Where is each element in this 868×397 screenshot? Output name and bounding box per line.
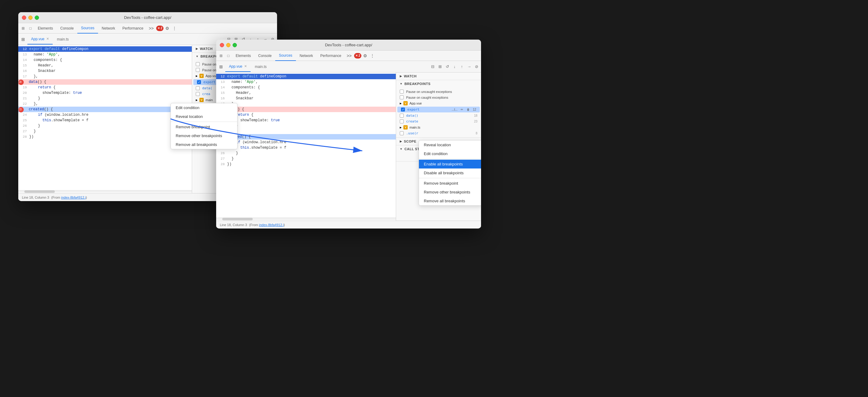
tab-sources-front[interactable]: Sources [275, 51, 296, 61]
minimize-button-back[interactable] [28, 16, 33, 20]
code-editor-front: 12 export default defineCompon 13 name: … [216, 73, 396, 228]
bp-main-checkbox-front[interactable] [400, 131, 404, 135]
bp-main-item-front[interactable]: .use(r 8 [396, 131, 481, 136]
breakpoints-header-front[interactable]: ▼ Breakpoints [396, 80, 481, 87]
code-line-17-back: 17 }, [18, 74, 192, 79]
tab-performance-back[interactable]: Performance [119, 23, 147, 33]
bp2-checkbox-front[interactable] [400, 114, 404, 118]
code-editor-back: 12 export default defineCompon 13 name: … [18, 45, 192, 200]
bp1-checkbox-back[interactable]: ✓ [197, 80, 201, 84]
devtools-icon-front[interactable]: ⊞ [217, 52, 225, 59]
watch-header-front[interactable]: ▶ Watch [396, 73, 481, 80]
file-tab-appvue-front[interactable]: App.vue ✕ [225, 61, 251, 72]
breakpoints-section-front: ▼ Breakpoints Pause on uncaught exceptio… [396, 80, 481, 138]
tab-sources-back[interactable]: Sources [77, 23, 98, 33]
code-line-15-front: 15 Header, [216, 90, 396, 96]
bp2-checkbox-back[interactable] [196, 86, 200, 90]
tab-network-front[interactable]: Network [296, 51, 317, 61]
code-line-28-back: 28 }) [18, 134, 192, 140]
code-line-25-front: 25 this.showTemplate = f [216, 145, 396, 150]
menu-reveal-location-front[interactable]: Reveal location [419, 140, 481, 149]
code-line-26-front: 26 } [216, 150, 396, 156]
maximize-button-back[interactable] [35, 16, 39, 20]
bp1-checkbox-front[interactable]: ✓ [401, 108, 405, 112]
tab-performance-front[interactable]: Performance [317, 51, 345, 61]
resume-icon-front[interactable]: ↺ [444, 63, 451, 70]
code-line-16-back: 16 Snackbar [18, 68, 192, 74]
title-bar-front: DevTools - coffee-cart.app/ [216, 39, 481, 51]
pause-uncaught-item-front[interactable]: Pause on uncaught exceptions [396, 89, 481, 94]
bp3-item-front[interactable]: create 23 [396, 118, 481, 124]
code-line-13-front: 13 name: 'App', [216, 79, 396, 85]
device-icon-front[interactable]: □ [225, 52, 232, 59]
code-line-19-back: 19 return { [18, 85, 192, 90]
bp2-text-front: data() [406, 114, 472, 118]
pause-caught-item-front[interactable]: Pause on caught exceptions [396, 94, 481, 100]
menu-remove-other-back[interactable]: Remove other breakpoints [171, 131, 237, 140]
menu-sep-front [419, 159, 481, 159]
breakpoints-icon-front[interactable]: ⊞ [437, 63, 443, 70]
file-link-front[interactable]: index-8bfa4912.j [259, 223, 284, 227]
menu-edit-condition-front[interactable]: Edit condition [419, 149, 481, 158]
code-line-21-back: 21 } [18, 96, 192, 101]
file-tab-maints-front[interactable]: main.ts [251, 61, 270, 72]
minimize-button-front[interactable] [226, 43, 230, 47]
more-tabs-front[interactable]: >> [346, 52, 353, 59]
code-line-24-back: 24 if (window.location.hre [18, 112, 192, 118]
menu-disable-all-front[interactable]: Disable all breakpoints [419, 169, 481, 177]
menu-enable-all-front[interactable]: Enable all breakpoints [419, 160, 481, 169]
code-line-16-front: 16 Snackbar [216, 96, 396, 101]
step-over-icon-front[interactable]: ↓ [451, 63, 458, 70]
settings-icon-back[interactable]: ⚙ [163, 25, 171, 32]
menu-remove-all-front[interactable]: Remove all breakpoints [419, 197, 481, 205]
bp3-checkbox-back[interactable] [196, 92, 200, 96]
pause-caught-checkbox-front[interactable] [400, 95, 404, 99]
menu-reveal-location-back[interactable]: Reveal location [171, 112, 237, 121]
maximize-button-front[interactable] [232, 43, 237, 47]
sidebar-toggle-back[interactable]: ⊞ [20, 36, 27, 43]
pause-uncaught-checkbox-front[interactable] [400, 90, 404, 93]
close-tab-front[interactable]: ✕ [244, 64, 247, 68]
devtools-icon[interactable]: ⊞ [20, 25, 27, 32]
menu-edit-condition-back[interactable]: Edit condition [171, 103, 237, 112]
step-out-icon-front[interactable]: → [466, 63, 472, 70]
file-link-back[interactable]: index-8bfa4912.j [61, 196, 86, 199]
settings-icon-front[interactable]: ⚙ [362, 52, 369, 59]
bp3-text-front: create [406, 119, 472, 123]
tab-network-back[interactable]: Network [98, 23, 119, 33]
file-tab-maints-back[interactable]: main.ts [53, 34, 72, 45]
menu-remove-bp-front[interactable]: Remove breakpoint [419, 179, 481, 188]
bp1-edit-icon[interactable]: ✏ [461, 108, 463, 111]
device-icon[interactable]: □ [27, 25, 34, 32]
code-line-27-back: 27 } [18, 129, 192, 134]
tab-elements-front[interactable]: Elements [232, 51, 254, 61]
bp1-item-front[interactable]: ✓ export ...t... ✏ 🗑 12 [397, 107, 480, 112]
bp2-item-front[interactable]: data() 18 [396, 113, 481, 118]
file-icon-back: V [199, 74, 204, 78]
pause-uncaught-checkbox-back[interactable] [196, 62, 200, 66]
line-col-back: Line 18, Column 3 [22, 196, 49, 199]
tab-console-back[interactable]: Console [57, 23, 77, 33]
bp3-checkbox-front[interactable] [400, 119, 404, 123]
menu-remove-other-front[interactable]: Remove other breakpoints [419, 188, 481, 197]
pause-caught-checkbox-back[interactable] [196, 68, 200, 72]
title-bar-back: DevTools - coffee-cart.app/ [18, 12, 277, 23]
sidebar-toggle2-front[interactable]: ⊟ [429, 63, 436, 70]
file-tab-appvue-back[interactable]: App.vue ✕ [27, 34, 53, 45]
tab-console-front[interactable]: Console [254, 51, 275, 61]
close-tab-back[interactable]: ✕ [46, 37, 49, 41]
deactivate-bp-icon-front[interactable]: ⊘ [473, 63, 480, 70]
menu-remove-all-back[interactable]: Remove all breakpoints [171, 140, 237, 149]
code-line-22-front: 22 }, [216, 129, 396, 134]
close-button-front[interactable] [220, 43, 224, 47]
more-menu-back[interactable]: ⋮ [171, 25, 178, 32]
menu-remove-bp-back[interactable]: Remove breakpoint [171, 122, 237, 131]
tab-elements-back[interactable]: Elements [34, 23, 57, 33]
step-into-icon-front[interactable]: ↑ [459, 63, 465, 70]
sidebar-toggle-front[interactable]: ⊞ [217, 63, 225, 70]
bp1-delete-icon[interactable]: 🗑 [467, 108, 470, 111]
close-button-back[interactable] [22, 16, 26, 20]
watch-triangle-back: ▶ [196, 47, 198, 50]
more-menu-front[interactable]: ⋮ [369, 52, 376, 59]
more-tabs-back[interactable]: >> [148, 25, 155, 32]
